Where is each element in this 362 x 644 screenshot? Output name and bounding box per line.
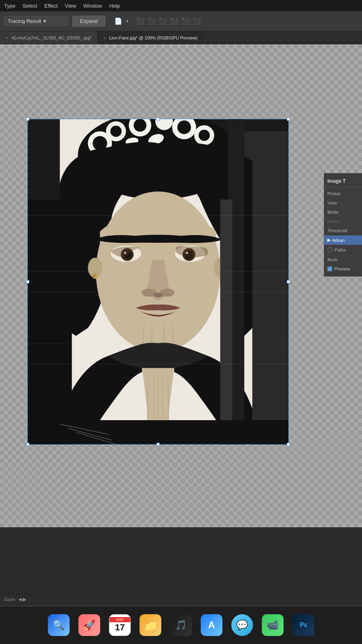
image-trace-panel: Image T Preset View Mode Palette Thresho…: [324, 173, 362, 277]
menu-window[interactable]: Window: [83, 3, 102, 9]
handle-bottom-left[interactable]: [26, 443, 29, 446]
panel-row-view[interactable]: View: [324, 198, 362, 208]
tab-1-label: 41xmvCyj7mL._SL500_AC_SS350_.jpg*: [11, 35, 91, 40]
panel-row-threshold[interactable]: Threshold: [324, 226, 362, 235]
svg-text:6: 6: [93, 274, 96, 279]
dock-appstore[interactable]: A: [198, 611, 225, 639]
svg-rect-50: [28, 200, 72, 444]
tab-1[interactable]: × 41xmvCyj7mL._SL500_AC_SS350_.jpg*: [0, 31, 98, 44]
dock-facetime[interactable]: 📹: [259, 611, 286, 639]
dock: 🔍 🚀 MAR 17 📁 🎵 A 💬 📹 Ps: [0, 606, 362, 644]
align-left-icon[interactable]: ⬛: [136, 17, 145, 26]
tracing-toolbar: Tracing Result ▾ Expand 📄 ▾ ⬛ ⬛ ⬛ ⬛ ⬛ ⬛: [0, 11, 362, 31]
toolbar-icon-group-2: ⬛ ⬛ ⬛ ⬛ ⬛ ⬛: [136, 17, 202, 26]
tab-2-label: Lion-Face.jpg* @ 100% (RGB/GPU Preview): [109, 35, 197, 40]
zoom-label: Zoom: [4, 597, 15, 602]
menu-select[interactable]: Select: [23, 3, 37, 9]
handle-mid-right[interactable]: [287, 280, 290, 283]
menu-help[interactable]: Help: [109, 3, 120, 9]
portrait-svg: 6: [28, 119, 288, 444]
align-bottom-icon[interactable]: ⬛: [192, 17, 202, 26]
menu-effect[interactable]: Effect: [44, 3, 58, 9]
dock-calendar[interactable]: MAR 17: [106, 611, 134, 639]
align-center-icon[interactable]: ⬛: [147, 17, 156, 26]
handle-top-right[interactable]: [287, 118, 290, 121]
panel-row-palette: Palette: [324, 217, 362, 226]
new-document-icon[interactable]: 📄: [113, 17, 123, 26]
info-icon[interactable]: i: [327, 247, 333, 253]
svg-point-16: [199, 130, 210, 141]
tracing-result-label: Tracing Result: [8, 18, 41, 24]
preview-checkbox[interactable]: ✓: [327, 266, 332, 271]
svg-point-14: [177, 120, 191, 134]
dock-messages[interactable]: 💬: [228, 611, 256, 639]
handle-bottom-right[interactable]: [287, 443, 290, 446]
dock-launchpad[interactable]: 🚀: [76, 611, 103, 639]
advanced-label: Advan: [332, 238, 345, 243]
tab-1-close[interactable]: ×: [6, 35, 8, 40]
handle-bottom-mid[interactable]: [156, 443, 160, 446]
panel-row-advanced[interactable]: ▶ Advan: [324, 235, 362, 245]
canvas-area[interactable]: 6: [0, 44, 362, 527]
panel-row-mode[interactable]: Mode: [324, 208, 362, 217]
artwork-container[interactable]: 6: [27, 119, 289, 445]
dropdown-small-icon[interactable]: ▾: [125, 18, 129, 24]
tabs-bar: × 41xmvCyj7mL._SL500_AC_SS350_.jpg* × Li…: [0, 31, 362, 44]
svg-rect-56: [28, 420, 288, 444]
align-top-icon[interactable]: ⬛: [169, 17, 179, 26]
dock-finder[interactable]: 🔍: [45, 611, 72, 639]
handle-mid-left[interactable]: [26, 280, 29, 283]
tab-2-close[interactable]: ×: [103, 35, 106, 40]
dock-music[interactable]: 🎵: [167, 611, 195, 639]
dock-photoshop[interactable]: Ps: [290, 611, 317, 639]
menu-view[interactable]: View: [65, 3, 76, 9]
svg-point-9: [110, 126, 121, 137]
panel-row-preview[interactable]: ✓ Preview: [324, 264, 362, 273]
advanced-arrow-icon: ▶: [327, 237, 331, 243]
svg-point-11: [134, 119, 146, 132]
handle-top-left[interactable]: [26, 118, 29, 121]
menu-type[interactable]: Type: [4, 3, 15, 9]
dropdown-arrow-icon: ▾: [43, 18, 46, 24]
panel-title: Image T: [324, 177, 362, 188]
svg-rect-48: [220, 200, 232, 444]
preview-label: Preview: [334, 266, 350, 271]
panel-row-paths[interactable]: i Paths: [324, 245, 362, 255]
zoom-arrows[interactable]: ◀ ▶: [19, 597, 26, 602]
toolbar-icon-group-1: 📄 ▾: [113, 17, 129, 26]
tracing-result-dropdown[interactable]: Tracing Result ▾: [4, 16, 68, 26]
svg-point-31: [153, 293, 163, 297]
menu-bar: Type Select Effect View Window Help: [0, 0, 362, 11]
svg-rect-47: [252, 159, 288, 444]
align-right-icon[interactable]: ⬛: [158, 17, 168, 26]
expand-button[interactable]: Expand: [72, 16, 105, 27]
panel-row-preset[interactable]: Preset: [324, 189, 362, 198]
dock-files[interactable]: 📁: [137, 611, 164, 639]
align-vcenter-icon[interactable]: ⬛: [181, 17, 190, 26]
checkmark-icon: ✓: [328, 267, 331, 271]
panel-row-anchors[interactable]: Anch: [324, 255, 362, 264]
handle-top-mid[interactable]: [156, 118, 160, 121]
tab-2[interactable]: × Lion-Face.jpg* @ 100% (RGB/GPU Preview…: [98, 31, 204, 44]
zoom-bar: Zoom ◀ ▶: [0, 595, 362, 604]
